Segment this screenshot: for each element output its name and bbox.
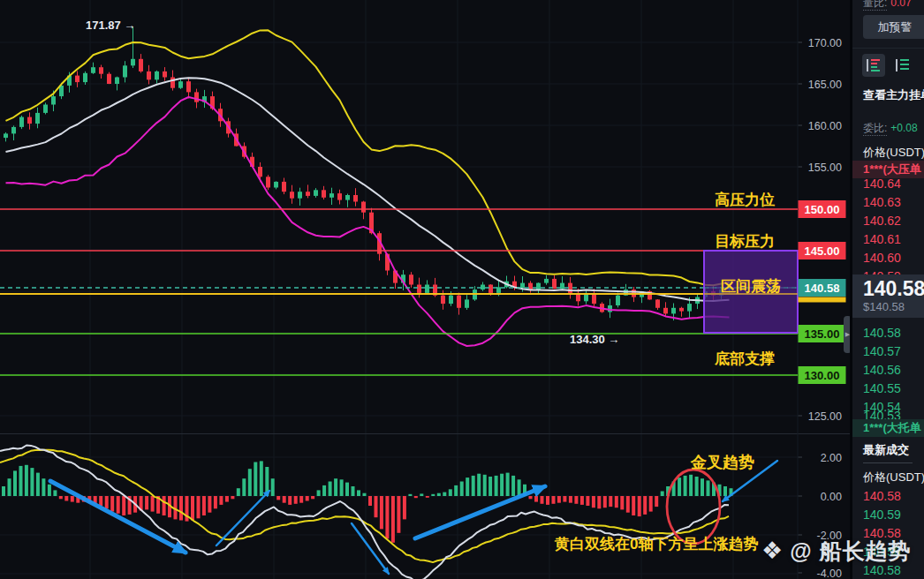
candle-body [274,182,278,188]
bid-row[interactable]: 140.56 [863,362,901,378]
macd-histogram-bar [375,496,378,517]
candle-body [536,283,541,290]
trade-row[interactable]: 140.59 [863,507,901,523]
candle-body [616,296,620,305]
macd-histogram-bar [541,496,544,504]
commission-ratio-label: 委比: [863,122,887,136]
macd-histogram-bar [518,479,521,496]
macd-histogram-bar [466,477,469,496]
macd-histogram-bar [431,494,435,496]
macd-histogram-bar [345,483,349,496]
annotation-golden-cross: 金叉趋势 [690,454,754,471]
candle-body [170,78,175,88]
orderbook-price-header: 价格(USDT) [863,145,924,161]
macd-histogram-bar [615,496,618,508]
volume-ratio-label: 量比: [863,0,887,11]
macd-histogram-bar [30,468,34,496]
annotation-bottom-support: 底部支撑 [714,350,775,367]
big-buy-order-tag[interactable]: 1***(大托单 [852,419,924,437]
last-price-usd: $140.58 [863,300,905,313]
macd-histogram-bar [380,496,383,529]
candle-body [163,71,167,78]
chart-canvas[interactable]: 170.00165.00160.00155.00125.002.000.00-2… [0,0,852,579]
bid-row[interactable]: 140.55 [863,380,901,396]
view-main-orders-title[interactable]: 查看主力挂单 [863,87,924,103]
price-level-tag-label: 135.00 [805,327,840,341]
candle-body [663,308,668,314]
macd-histogram-bar [334,478,337,496]
bid-row[interactable]: 140.58 [863,325,901,341]
macd-histogram-bar [197,496,201,518]
candle-body [449,296,453,304]
macd-histogram-bar [707,480,710,496]
last-price-block[interactable]: 140.58 $140.58 [852,274,924,318]
macd-histogram-bar [489,477,492,496]
macd-histogram-bar [620,496,624,509]
candle-body [361,202,366,213]
macd-histogram-bar [403,496,406,519]
ask-row[interactable]: 140.62 [863,213,901,229]
macd-histogram-bar [322,485,326,496]
candle-body [441,296,445,304]
macd-histogram-bar [329,482,332,497]
axis-tick-label: 0.00 [821,491,842,503]
annotation-high-pressure: 高压力位 [715,191,775,208]
macd-histogram-bar [42,478,45,496]
macd-histogram-bar [443,493,446,496]
macd-histogram-bar [202,496,206,515]
candle-body [655,299,660,307]
latest-trades-title: 最新成交 [863,442,909,458]
macd-histogram-bar [552,496,556,504]
candle-body [115,78,119,85]
orderbook-both-sides-icon[interactable] [862,54,885,77]
macd-histogram-bar [317,490,321,496]
macd-histogram-bar [2,486,5,496]
candle-body [528,283,533,290]
candle-body [298,192,302,199]
volume-ratio-value: 0.07 [890,0,911,9]
macd-histogram-bar [580,496,584,505]
trade-row[interactable]: 140.58 [863,562,901,578]
macd-histogram-bar [649,496,653,512]
candle-body [337,193,342,200]
candle-body [27,117,32,124]
big-sell-order-tag[interactable]: 1***(大压单 [852,161,924,178]
add-alert-button[interactable]: 加预警 [863,15,924,39]
macd-histogram-bar [586,496,589,506]
macd-histogram-bar [546,496,549,505]
candle-body [107,74,111,84]
macd-histogram-bar [472,476,475,496]
macd-histogram-bar [689,475,693,496]
trade-row[interactable]: 140.58 [863,525,901,541]
candle-body [489,285,493,293]
ask-row[interactable]: 140.61 [863,231,901,247]
candle-body [155,71,159,79]
macd-histogram-bar [363,493,367,496]
macd-histogram-bar [271,478,275,496]
candle-body [409,274,413,284]
orderbook-list-icon[interactable] [891,54,914,77]
ask-row[interactable]: 140.60 [863,250,901,266]
macd-histogram-bar [437,493,441,496]
macd-histogram-bar [254,462,257,497]
candle-body [186,81,191,92]
macd-histogram-bar [214,496,217,508]
ask-row[interactable]: 140.63 [863,194,901,210]
macd-histogram-bar [695,477,699,496]
candle-body [178,81,183,88]
trade-row[interactable]: 140.58 [863,488,901,504]
macd-histogram-bar [242,478,246,496]
bid-row[interactable]: 140.57 [863,343,901,359]
candle-body [322,190,326,198]
macd-histogram-bar [477,474,481,496]
bid-row-clipped[interactable]: 140.53 [863,408,901,419]
candle-body [35,113,40,124]
macd-histogram-bar [592,496,595,508]
macd-histogram-bar [511,476,515,496]
macd-histogram-bar [64,496,68,501]
trade-row[interactable]: 140.58 [863,544,901,560]
axis-tick-label: 155.00 [808,162,842,174]
candle-body [329,193,334,198]
axis-tick-label: 125.00 [808,410,842,423]
macd-histogram-bar [368,496,372,506]
